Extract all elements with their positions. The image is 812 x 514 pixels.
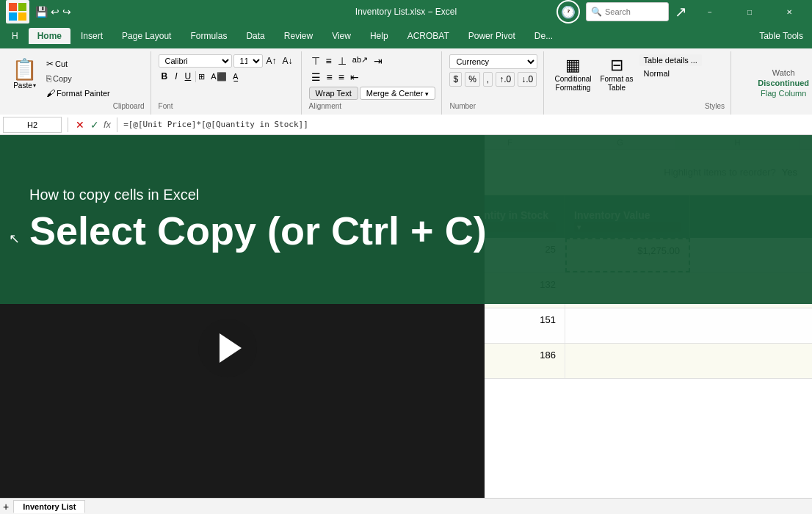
align-left-button[interactable]: ☰ <box>309 70 323 84</box>
cell-desc-4[interactable]: Desc 4 <box>264 344 367 378</box>
add-sheet-button[interactable]: + <box>3 501 9 513</box>
fill-color-button[interactable]: A⬛ <box>209 71 228 82</box>
th-inventory-value[interactable]: Inventory Value ▾ <box>565 195 690 238</box>
paste-button[interactable]: 📋 Paste ▾ <box>9 54 40 93</box>
clock-icon[interactable]: 🕐 <box>557 0 580 23</box>
cut-button[interactable]: ✂ Cut <box>43 57 113 70</box>
maximize-button[interactable]: □ <box>733 0 766 23</box>
cell-inv-val-2[interactable] <box>565 273 690 308</box>
watch-label[interactable]: Watch <box>772 68 795 77</box>
cell-inv-id-1[interactable]: IN0001 <box>37 238 132 272</box>
align-bottom-button[interactable]: ⊥ <box>336 54 349 68</box>
cell-inv-id-4[interactable]: IN0004 <box>37 344 132 378</box>
formula-input[interactable] <box>123 120 809 129</box>
cell-reference-input[interactable] <box>3 117 62 133</box>
cell-inv-id-3[interactable]: IN0003 <box>37 308 132 343</box>
tab-formulas[interactable]: Formulas <box>181 28 236 44</box>
undo-icon[interactable]: ↩ <box>51 6 59 18</box>
tab-acrobat[interactable]: ACROBAT <box>399 28 458 44</box>
cell-qty-4[interactable]: 186 <box>455 344 565 378</box>
cell-inv-val-3[interactable] <box>565 308 690 343</box>
format-painter-button[interactable]: 🖌 Format Painter <box>43 87 113 100</box>
th-desc-dropdown[interactable]: ▾ <box>273 222 358 232</box>
save-icon[interactable]: 💾 <box>35 6 48 18</box>
number-format-select[interactable]: Currency General Number Percentage <box>449 54 537 69</box>
tab-data[interactable]: Data <box>237 28 273 44</box>
increase-indent-button[interactable]: ⇥ <box>371 54 385 68</box>
tab-insert[interactable]: Insert <box>72 28 112 44</box>
cell-price-1[interactable]: $51.00 <box>367 238 455 272</box>
align-center-button[interactable]: ≡ <box>325 70 335 84</box>
wrap-text-button[interactable]: Wrap Text <box>309 87 358 100</box>
increase-decimal-button[interactable]: ↑.0 <box>496 72 515 87</box>
decrease-font-button[interactable]: A↓ <box>280 55 295 67</box>
align-middle-button[interactable]: ≡ <box>324 54 334 68</box>
cell-name-2[interactable]: Clock, wood <box>132 273 264 308</box>
tab-home[interactable]: Home <box>29 28 70 44</box>
sheet-tab-inventory[interactable]: Inventory List <box>13 500 85 513</box>
minimize-button[interactable]: − <box>693 0 727 23</box>
conditional-formatting-button[interactable]: ▦ ConditionalFormatting <box>551 54 594 94</box>
th-qty-dropdown[interactable]: ▾ <box>464 222 556 232</box>
tab-pagelayout[interactable]: Page Layout <box>113 28 180 44</box>
copy-button[interactable]: ⎘ Copy <box>43 72 113 85</box>
font-size-select[interactable]: 11 <box>233 54 263 68</box>
tab-powerpivot[interactable]: Power Pivot <box>460 28 524 44</box>
percent-format-button[interactable]: % <box>465 72 480 87</box>
th-inv-val-dropdown[interactable]: ▾ <box>574 222 681 232</box>
cell-name-1[interactable]: Clock, glass <box>132 238 264 272</box>
enter-formula-button[interactable]: ✓ <box>90 119 99 131</box>
comma-format-button[interactable]: , <box>483 72 493 87</box>
tab-h[interactable]: H <box>3 28 27 44</box>
share-icon[interactable]: ↗ <box>675 3 687 21</box>
tab-design[interactable]: De... <box>526 28 562 44</box>
cell-name-3[interactable]: Side table <box>132 308 264 343</box>
search-box[interactable]: 🔍 <box>586 2 669 21</box>
text-angle-button[interactable]: ab↗ <box>350 54 370 68</box>
th-description[interactable]: Description ▾ <box>264 195 367 238</box>
th-inventory-id[interactable]: Inventory ID ▾ <box>37 195 132 238</box>
cell-inv-id-2[interactable]: IN0002 <box>37 273 132 308</box>
underline-button[interactable]: U <box>182 70 195 82</box>
normal-style-button[interactable]: Normal <box>639 68 702 79</box>
italic-button[interactable]: I <box>172 70 180 82</box>
function-insert-button[interactable]: fx <box>104 119 111 130</box>
cell-desc-3[interactable]: Desc 3 <box>264 308 367 343</box>
cell-price-2[interactable]: $93.00 <box>367 273 455 308</box>
merge-center-button[interactable]: Merge & Center ▾ <box>360 87 436 100</box>
cell-price-3[interactable]: $57.00 <box>367 308 455 343</box>
decrease-indent-button[interactable]: ⇤ <box>348 70 361 84</box>
align-top-button[interactable]: ⊤ <box>309 54 322 68</box>
bold-button[interactable]: B <box>159 70 171 82</box>
cell-qty-3[interactable]: 151 <box>455 308 565 343</box>
th-quantity[interactable]: Quantity in Stock ▾ <box>455 195 565 238</box>
cell-inv-val-4[interactable] <box>565 344 690 378</box>
cell-qty-2[interactable]: 132 <box>455 273 565 308</box>
align-right-button[interactable]: ≡ <box>336 70 347 84</box>
decrease-decimal-button[interactable]: ↓.0 <box>518 72 537 87</box>
table-details-button[interactable]: Table details ... <box>639 54 702 66</box>
th-name-dropdown[interactable]: ▾ <box>141 222 255 232</box>
accounting-format-button[interactable]: $ <box>449 72 462 87</box>
cell-qty-1[interactable]: 25 <box>455 238 565 272</box>
increase-font-button[interactable]: A↑ <box>264 55 279 67</box>
th-inv-id-dropdown[interactable]: ▾ <box>46 222 123 232</box>
font-color-button[interactable]: A̲ <box>231 71 241 82</box>
th-name[interactable]: Name ▾ <box>132 195 264 238</box>
font-name-select[interactable]: Calibri <box>159 54 232 68</box>
tab-review[interactable]: Review <box>275 28 322 44</box>
th-price-dropdown[interactable]: ▾ <box>376 222 446 232</box>
cell-price-4[interactable]: $10.00 <box>367 344 455 378</box>
format-table-button[interactable]: ⊟ Format asTable <box>597 54 636 94</box>
cell-inv-val-1[interactable]: $1,275.00 <box>565 238 690 272</box>
cell-name-4[interactable]: Bookends <box>132 344 264 378</box>
border-button[interactable]: ⊞ <box>195 71 207 82</box>
cell-desc-2[interactable]: Desc 2 <box>264 273 367 308</box>
redo-icon[interactable]: ↪ <box>62 6 71 18</box>
tab-view[interactable]: View <box>323 28 360 44</box>
tab-help[interactable]: Help <box>361 28 397 44</box>
close-button[interactable]: ✕ <box>772 0 806 23</box>
search-input[interactable] <box>605 7 664 16</box>
cancel-formula-button[interactable]: ✕ <box>76 119 84 131</box>
th-unit-price[interactable]: Unit Price ▾ <box>367 195 455 238</box>
